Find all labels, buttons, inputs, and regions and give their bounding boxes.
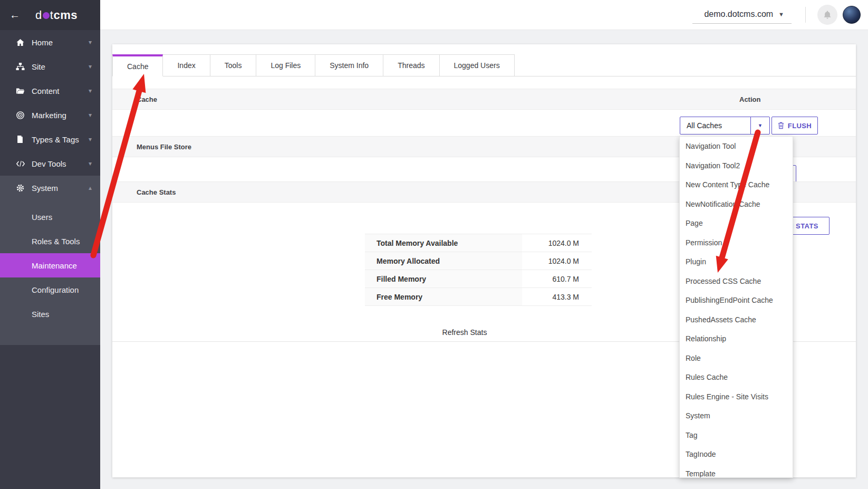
cache-select-value: All Caches: [680, 117, 750, 134]
tab-cache[interactable]: Cache: [112, 54, 163, 76]
tab-strip-filler: [515, 54, 856, 76]
sidebar-item-marketing[interactable]: Marketing ▾: [0, 103, 100, 127]
cache-dropdown-option[interactable]: Processed CSS Cache: [680, 272, 793, 291]
cache-dropdown-option[interactable]: Rules Engine - Site Visits: [680, 387, 793, 407]
sidebar-item-dev-tools[interactable]: Dev Tools ▾: [0, 151, 100, 176]
tab-threads[interactable]: Threads: [383, 54, 439, 76]
sidebar-item-home[interactable]: Home ▾: [0, 30, 100, 54]
cache-dropdown-option[interactable]: Template: [680, 464, 793, 478]
cache-dropdown-option[interactable]: Permission: [680, 233, 793, 253]
refresh-stats-link[interactable]: Refresh Stats: [442, 328, 487, 337]
chevron-down-icon: ▾: [89, 87, 92, 94]
memory-metric-value: 1024.0 M: [522, 234, 592, 252]
trash-icon: [778, 122, 784, 129]
logo-text: cms: [53, 8, 78, 22]
target-icon: [16, 111, 32, 120]
memory-stats-table: Total Memory Available 1024.0 M Memory A…: [365, 234, 592, 306]
cache-dropdown-option[interactable]: System: [680, 406, 793, 426]
tab-tools[interactable]: Tools: [210, 54, 257, 76]
sidebar-item-sites[interactable]: Sites: [0, 302, 100, 326]
memory-metric-label: Total Memory Available: [365, 234, 522, 252]
logo-text: d: [35, 8, 42, 22]
notifications-button[interactable]: [817, 5, 837, 25]
system-section: System ▴ Users Roles & Tools Maintenance…: [0, 176, 100, 345]
logo-dot-icon: [43, 12, 50, 19]
chevron-down-icon: ▼: [778, 11, 784, 17]
sidebar-header: ← dtcms: [0, 0, 100, 30]
folder-icon: [16, 87, 32, 95]
sidebar: ← dtcms Home ▾ Site ▾ Content ▾ Marketin…: [0, 0, 100, 489]
chevron-down-icon: ▾: [89, 63, 92, 70]
tab-logged-users[interactable]: Logged Users: [440, 54, 515, 76]
cache-dropdown-option[interactable]: Rules Cache: [680, 368, 793, 387]
sidebar-item-label: Dev Tools: [32, 159, 89, 168]
back-arrow-icon[interactable]: ←: [9, 9, 27, 21]
site-selector[interactable]: demo.dotcms.com ▼: [692, 6, 792, 24]
cache-dropdown-option[interactable]: Tag: [680, 426, 793, 445]
system-submenu: Users Roles & Tools Maintenance Configur…: [0, 200, 100, 326]
table-row: Free Memory 413.3 M: [365, 288, 592, 306]
chevron-down-icon: ▾: [89, 136, 92, 143]
tab-log-files[interactable]: Log Files: [256, 54, 315, 76]
cache-dropdown-option[interactable]: Role: [680, 349, 793, 368]
cache-dropdown-panel: Navigation Tool Navigation Tool2 New Con…: [679, 136, 793, 478]
table-row: Total Memory Available 1024.0 M: [365, 234, 592, 252]
cache-dropdown-option[interactable]: Page: [680, 214, 793, 233]
divider: [805, 7, 806, 23]
sidebar-item-label: Content: [32, 87, 89, 95]
chevron-down-icon[interactable]: ▼: [750, 117, 769, 134]
top-bar: demo.dotcms.com ▼: [100, 0, 868, 30]
sidebar-item-maintenance[interactable]: Maintenance: [0, 253, 100, 277]
dotcms-logo[interactable]: dtcms: [27, 8, 91, 22]
site-selector-value: demo.dotcms.com: [704, 9, 773, 19]
memory-metric-label: Memory Allocated: [365, 252, 522, 270]
cache-dropdown-option[interactable]: PushedAssets Cache: [680, 310, 793, 330]
cache-dropdown-option[interactable]: New Content Type Cache: [680, 175, 793, 195]
tab-system-info[interactable]: System Info: [315, 54, 383, 76]
sidebar-item-site[interactable]: Site ▾: [0, 54, 100, 79]
table-row: Memory Allocated 1024.0 M: [365, 252, 592, 270]
sitemap-icon: [16, 62, 32, 71]
cache-dropdown-option[interactable]: Navigation Tool2: [680, 156, 793, 176]
cache-dropdown-option[interactable]: Navigation Tool: [680, 137, 793, 156]
table-row: Filled Memory 610.7 M: [365, 270, 592, 288]
chevron-up-icon: ▴: [89, 184, 92, 191]
menus-file-store-title: Menus File Store: [137, 143, 191, 151]
sidebar-item-label: System: [32, 184, 89, 193]
memory-metric-value: 413.3 M: [522, 288, 592, 305]
tab-index[interactable]: Index: [163, 54, 210, 76]
memory-metric-value: 1024.0 M: [522, 252, 592, 270]
bell-icon: [823, 10, 832, 20]
sidebar-item-configuration[interactable]: Configuration: [0, 277, 100, 302]
chevron-down-icon: ▾: [89, 160, 92, 167]
gear-icon: [16, 184, 32, 193]
sidebar-item-types-tags[interactable]: Types & Tags ▾: [0, 127, 100, 151]
document-icon: [16, 135, 32, 143]
cache-section-header: Cache Action: [112, 89, 856, 110]
cache-stats-title: Cache Stats: [137, 188, 176, 196]
code-icon: [16, 160, 32, 167]
sidebar-item-roles-tools[interactable]: Roles & Tools: [0, 229, 100, 253]
flush-button-label: FLUSH: [788, 122, 812, 130]
memory-metric-value: 610.7 M: [522, 270, 592, 287]
cache-dropdown-option[interactable]: NewNotification Cache: [680, 195, 793, 214]
flush-button[interactable]: FLUSH: [771, 117, 818, 135]
sidebar-item-users[interactable]: Users: [0, 205, 100, 229]
user-avatar[interactable]: [843, 6, 861, 24]
chevron-down-icon: ▾: [89, 39, 92, 46]
cache-select[interactable]: All Caches ▼: [680, 117, 770, 135]
sidebar-item-label: Home: [32, 38, 89, 47]
cache-section-title: Cache: [137, 95, 157, 103]
sidebar-item-label: Types & Tags: [32, 135, 89, 144]
cache-dropdown-option[interactable]: PublishingEndPoint Cache: [680, 291, 793, 310]
sidebar-item-content[interactable]: Content ▾: [0, 79, 100, 103]
sidebar-item-system[interactable]: System ▴: [0, 176, 100, 200]
cache-dropdown-option[interactable]: Relationship: [680, 329, 793, 349]
tab-strip: Cache Index Tools Log Files System Info …: [112, 54, 856, 76]
memory-metric-label: Free Memory: [365, 288, 522, 305]
cache-dropdown-option[interactable]: TagInode: [680, 445, 793, 464]
chevron-down-icon: ▾: [89, 111, 92, 119]
action-column-label: Action: [739, 95, 760, 103]
sidebar-item-label: Site: [32, 62, 89, 71]
cache-dropdown-option[interactable]: Plugin: [680, 252, 793, 272]
